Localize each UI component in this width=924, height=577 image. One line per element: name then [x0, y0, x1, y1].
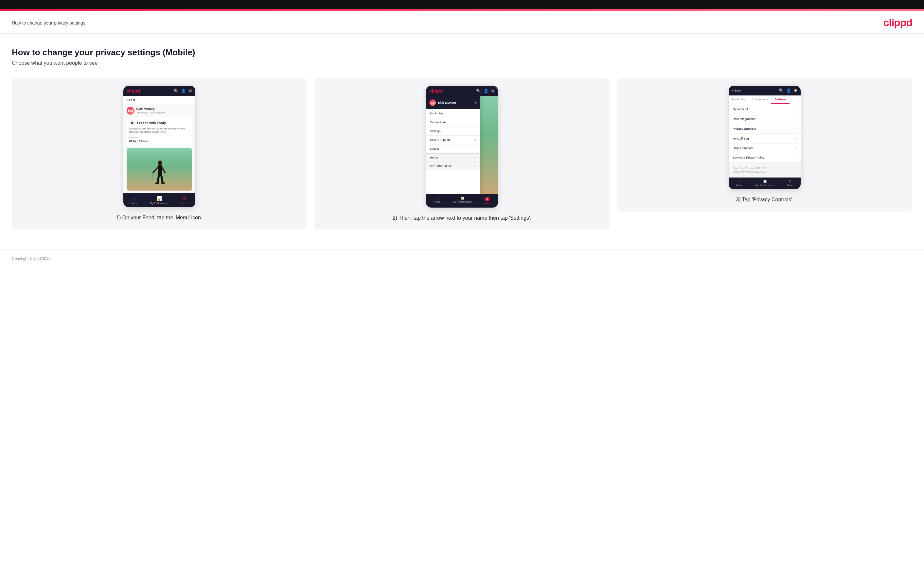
- m2-myprofile-label: My Profile: [430, 112, 443, 115]
- m2-logo: clippd: [429, 88, 443, 93]
- m3-menu-nav[interactable]: ☰ Menu: [787, 180, 793, 187]
- m1-navbar: clippd 🔍 👤 ⚙: [123, 85, 195, 96]
- m1-performance-nav[interactable]: 📊 My Performance: [150, 196, 169, 205]
- m1-lesson-header: 🎓 Lesson with Fordy: [129, 120, 189, 126]
- m3-home-nav[interactable]: ⌂ Home: [736, 180, 743, 187]
- m1-menu-nav[interactable]: ☰ Menu: [181, 196, 188, 205]
- m3-helpsupport-ext-icon: ↗: [795, 147, 797, 150]
- m2-menu-user: BM Blair McHarg: [429, 99, 456, 106]
- m2-menu-chevron-icon[interactable]: ∧: [475, 101, 477, 105]
- m2-bottom-nav: ⌂ Home 📊 My Performance ✕ Menu: [426, 194, 498, 208]
- m1-menu-label: Menu: [181, 202, 188, 205]
- golfer-silhouette: [151, 160, 168, 188]
- main-content: How to change your privacy settings (Mob…: [0, 34, 924, 250]
- m1-icons: 🔍 👤 ⚙: [173, 89, 192, 93]
- m3-myaccount-chevron: ›: [796, 107, 797, 111]
- m2-bottom-section: Home ∨ My Performance ∨: [426, 153, 480, 170]
- m1-avatar: BM: [127, 107, 134, 115]
- m1-post-body: 🎓 Lesson with Fordy Looking to feel like…: [127, 118, 192, 145]
- m3-search-icon[interactable]: 🔍: [779, 88, 783, 93]
- menu-icon: ☰: [182, 196, 186, 201]
- m2-home-row[interactable]: Home ∨: [426, 154, 480, 162]
- m2-menu-label: Menu: [484, 202, 491, 205]
- settings-icon[interactable]: ⚙: [189, 89, 192, 93]
- m3-performance-nav[interactable]: 📊 My Performance: [756, 180, 775, 187]
- m3-chart-icon: 📊: [763, 180, 767, 183]
- m3-back-button[interactable]: < Back: [732, 89, 741, 92]
- m3-tab-myprofile[interactable]: My Profile: [729, 95, 748, 104]
- home-icon: ⌂: [133, 196, 136, 201]
- m2-connections-item[interactable]: Connections: [426, 118, 480, 127]
- m2-performance-label: My Performance: [452, 200, 472, 203]
- m3-settings-icon[interactable]: ⚙: [794, 88, 797, 93]
- step-3-card: < Back 🔍 👤 ⚙ My Profile Connections: [617, 78, 912, 211]
- m2-performance-row[interactable]: My Performance ∨: [426, 162, 480, 170]
- m2-performance-row-label: My Performance: [430, 164, 452, 168]
- m2-logout-item[interactable]: Logout: [426, 145, 480, 153]
- m2-icons: 🔍 👤 ⚙: [476, 89, 495, 93]
- m3-menu-label: Menu: [787, 184, 793, 187]
- m3-version-line2: SQL Server Version: 2022.7.30-1: [733, 170, 797, 174]
- m3-bottom-nav: ⌂ Home 📊 My Performance ☰ Menu: [729, 177, 801, 189]
- m1-user-info: Blair McHarg Yesterday · Sunningdale: [136, 107, 165, 114]
- m2-user-icon[interactable]: 👤: [484, 89, 488, 93]
- m1-duration-value: 01 hr : 30 min: [129, 140, 189, 143]
- m2-help-item[interactable]: Help & Support ↗: [426, 136, 480, 145]
- header: How to change your privacy settings clip…: [0, 11, 924, 34]
- m1-home-nav[interactable]: ⌂ Home: [131, 196, 137, 205]
- m2-menu-header: BM Blair McHarg ∧: [426, 96, 480, 109]
- m2-logout-label: Logout: [430, 147, 439, 150]
- m2-home-row-label: Home: [430, 156, 438, 159]
- svg-line-4: [152, 172, 153, 181]
- m3-dataintegrations-item[interactable]: Data Integrations ›: [729, 114, 801, 124]
- user-icon[interactable]: 👤: [181, 89, 186, 93]
- m3-tab-connections[interactable]: Connections: [748, 95, 771, 104]
- m3-home-icon: ⌂: [739, 180, 740, 183]
- m3-version-info: Clippd Client Version: 2022.8.3-3 SQL Se…: [729, 163, 801, 177]
- m3-performance-label: My Performance: [756, 184, 775, 187]
- m2-performance-nav[interactable]: 📊 My Performance: [452, 197, 472, 205]
- m3-tab-settings[interactable]: Settings: [771, 95, 790, 104]
- m1-duration-label: Duration: [129, 136, 189, 139]
- m3-mygolfbag-chevron: ›: [796, 137, 797, 140]
- m3-mygolfbag-label: My Golf Bag: [733, 137, 749, 140]
- mockup-1: clippd 🔍 👤 ⚙ Feed BM Blair McHarg: [123, 85, 195, 207]
- m3-privacycontrols-item[interactable]: Privacy Controls ›: [729, 124, 801, 134]
- m3-navbar: < Back 🔍 👤 ⚙: [729, 85, 801, 95]
- svg-line-6: [161, 174, 163, 182]
- m2-connections-label: Connections: [430, 121, 446, 124]
- m3-icons: 🔍 👤 ⚙: [779, 88, 797, 93]
- m2-settings-icon[interactable]: ⚙: [491, 89, 495, 93]
- m3-myaccount-label: My Account: [733, 108, 748, 111]
- m2-search-icon[interactable]: 🔍: [476, 89, 481, 93]
- m3-user-icon[interactable]: 👤: [786, 88, 791, 93]
- m1-lesson-icon: 🎓: [129, 120, 135, 126]
- m2-home-icon: ⌂: [436, 197, 438, 200]
- m2-help-ext-icon: ↗: [474, 139, 476, 142]
- m2-myprofile-item[interactable]: My Profile: [426, 109, 480, 118]
- page-subheading: Choose what you want people to see: [12, 60, 912, 66]
- m3-helpsupport-label: Help & Support: [733, 147, 753, 150]
- search-icon[interactable]: 🔍: [173, 89, 178, 93]
- m3-home-label: Home: [736, 184, 743, 187]
- logo: clippd: [884, 17, 912, 29]
- m3-menu-icon: ☰: [789, 180, 791, 183]
- m2-close-nav[interactable]: ✕ Menu: [484, 197, 491, 205]
- m3-tabs: My Profile Connections Settings: [729, 95, 801, 104]
- m1-feed-tab[interactable]: Feed: [123, 96, 195, 104]
- m2-settings-item[interactable]: Settings: [426, 127, 480, 136]
- header-title: How to change your privacy settings: [12, 20, 86, 26]
- m3-serviceprivacy-item[interactable]: Service & Privacy Policy ↗: [729, 153, 801, 163]
- m3-mygolfbag-item[interactable]: My Golf Bag ›: [729, 134, 801, 143]
- step-1-caption: 1) On your Feed, tap the 'Menu' icon.: [116, 214, 202, 222]
- page-heading: How to change your privacy settings (Mob…: [12, 47, 912, 58]
- svg-point-0: [158, 161, 162, 165]
- m3-version-line1: Clippd Client Version: 2022.8.3-3: [733, 166, 797, 170]
- m3-myaccount-item[interactable]: My Account ›: [729, 104, 801, 114]
- m2-home-nav[interactable]: ⌂ Home: [433, 197, 440, 205]
- steps-row: clippd 🔍 👤 ⚙ Feed BM Blair McHarg: [12, 78, 912, 230]
- m3-helpsupport-item[interactable]: Help & Support ↗: [729, 143, 801, 153]
- copyright-text: Copyright Clippd 2022: [12, 256, 51, 261]
- svg-point-7: [155, 182, 159, 184]
- m1-lesson-title: Lesson with Fordy: [137, 121, 166, 125]
